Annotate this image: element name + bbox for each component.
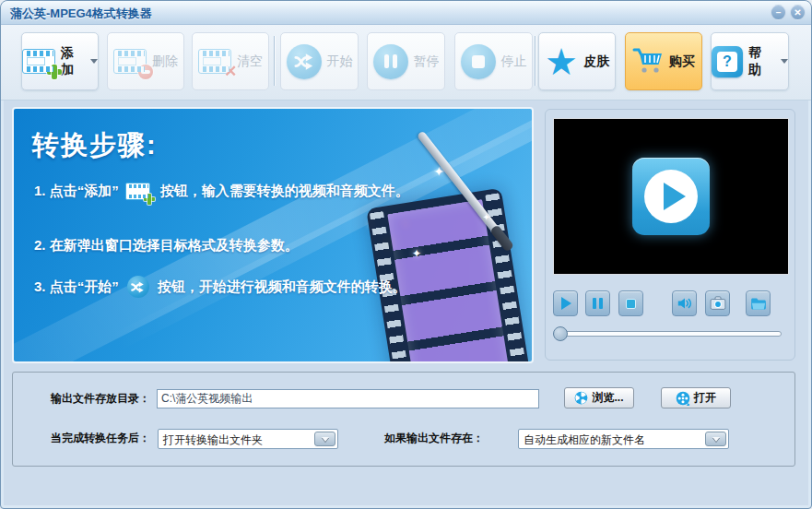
sparkle-icon: ✦ <box>483 212 490 222</box>
player-play-button[interactable] <box>553 290 578 316</box>
close-button[interactable]: ✕ <box>790 5 806 20</box>
after-task-select[interactable]: 打开转换输出文件夹 <box>158 429 338 449</box>
toolbar-divider <box>274 36 275 86</box>
convert-start-icon <box>127 276 149 298</box>
file-exists-select[interactable]: 自动生成相应的新文件名 <box>518 429 729 449</box>
chevron-down-icon <box>90 59 98 64</box>
window-title: 蒲公英-MPEG4格式转换器 <box>10 6 152 22</box>
browse-button[interactable]: 浏览... <box>564 387 634 408</box>
volume-button[interactable] <box>672 290 697 316</box>
start-button-label: 开始 <box>327 53 353 70</box>
start-button: 开始 <box>280 32 359 90</box>
skin-button-label: 皮肤 <box>583 53 609 70</box>
preview-player-panel <box>545 109 795 361</box>
clear-button: ✕ 清空 <box>192 32 269 90</box>
buy-button[interactable]: 购买 <box>625 32 702 90</box>
pause-icon <box>373 44 408 79</box>
file-exists-value: 自动生成相应的新文件名 <box>524 432 645 448</box>
stop-icon <box>626 299 636 309</box>
after-task-label: 当完成转换任务后： <box>51 428 150 448</box>
toolbar: 添加 删除 ✕ 清空 开始 暂停 <box>1 25 811 101</box>
pause-button-label: 暂停 <box>414 53 440 70</box>
step-3-text-pre: 3. 点击“开始” <box>34 278 119 296</box>
speaker-icon <box>677 296 693 311</box>
minimize-button[interactable]: – <box>771 5 786 20</box>
play-icon <box>644 170 698 223</box>
delete-button: 删除 <box>107 32 184 90</box>
stop-button-label: 停止 <box>501 53 527 70</box>
pause-button: 暂停 <box>367 32 445 90</box>
step-2: 2. 在新弹出窗口选择目标格式及转换参数。 <box>34 237 299 254</box>
app-window: 蒲公英-MPEG4格式转换器 – ✕ 添加 删除 ✕ 清空 <box>0 0 812 509</box>
sparkle-icon: ✦ <box>412 247 421 260</box>
stop-icon <box>461 44 496 79</box>
film-add-icon <box>125 183 150 200</box>
output-dir-label: 输出文件存放目录： <box>51 388 150 408</box>
chevron-down-icon[interactable] <box>314 432 335 446</box>
video-preview-area <box>553 118 789 275</box>
camera-icon <box>710 296 726 311</box>
steps-heading: 转换步骤: <box>32 127 158 164</box>
step-2-text: 2. 在新弹出窗口选择目标格式及转换参数。 <box>34 237 299 254</box>
after-task-value: 打开转换输出文件夹 <box>163 432 263 448</box>
browse-button-label: 浏览... <box>592 390 623 406</box>
folder-icon <box>750 297 767 311</box>
step-3-text-post: 按钮，开始进行视频和音频文件的转换。 <box>158 278 406 296</box>
open-folder-button[interactable] <box>746 290 771 316</box>
star-icon: ★ <box>545 43 578 80</box>
preview-play-button[interactable] <box>632 158 710 235</box>
help-button[interactable]: ? 帮助 <box>711 32 789 90</box>
delete-button-label: 删除 <box>152 53 178 70</box>
sparkle-icon: ✦ <box>433 164 444 179</box>
convert-start-icon <box>287 44 322 79</box>
browse-pinwheel-icon <box>574 391 588 405</box>
seek-slider-track[interactable] <box>558 331 782 337</box>
cart-icon <box>632 46 664 77</box>
help-button-label: 帮助 <box>748 45 773 78</box>
player-pause-button[interactable] <box>585 290 610 316</box>
film-clear-icon: ✕ <box>198 49 231 74</box>
chevron-down-icon <box>781 59 788 64</box>
open-dir-button[interactable]: 打开 <box>661 387 731 408</box>
window-controls: – ✕ <box>771 5 806 20</box>
film-add-icon <box>22 49 55 74</box>
film-reel-icon <box>676 391 690 406</box>
buy-button-label: 购买 <box>669 53 695 70</box>
step-1-text-post: 按钮，输入需要转换的视频和音频文件。 <box>160 183 409 200</box>
open-button-label: 打开 <box>694 390 716 406</box>
stop-button: 停止 <box>454 32 533 90</box>
play-icon <box>561 297 571 310</box>
output-settings-group: 输出文件存放目录： 浏览... 打开 当完成转换任务后： <box>12 372 795 467</box>
add-button[interactable]: 添加 <box>21 32 99 90</box>
step-1: 1. 点击“添加” 按钮，输入需要转换的视频和音频文件。 <box>34 183 409 200</box>
step-3: 3. 点击“开始” 按钮，开始进行视频和音频文件的转换。 <box>34 276 406 298</box>
skin-button[interactable]: ★ 皮肤 <box>538 32 616 90</box>
file-exists-label: 如果输出文件存在： <box>384 428 484 448</box>
chevron-down-icon[interactable] <box>705 432 726 446</box>
toolbar-divider <box>535 36 535 86</box>
title-bar[interactable]: 蒲公英-MPEG4格式转换器 – ✕ <box>1 1 811 25</box>
conversion-steps-panel: ✦ ✦ ✦ 转换步骤: 1. 点击“添加” 按钮，输入需要转换的视频和音频文件。… <box>12 107 534 363</box>
add-button-label: 添加 <box>61 45 83 78</box>
player-stop-button[interactable] <box>618 290 643 316</box>
film-remove-icon <box>113 49 147 74</box>
output-dir-input[interactable] <box>157 389 539 408</box>
pause-icon <box>593 298 603 309</box>
clear-button-label: 清空 <box>237 53 263 70</box>
help-icon: ? <box>712 46 743 77</box>
seek-slider-thumb[interactable] <box>553 326 568 341</box>
step-1-text-pre: 1. 点击“添加” <box>34 183 119 200</box>
snapshot-button[interactable] <box>705 290 730 316</box>
